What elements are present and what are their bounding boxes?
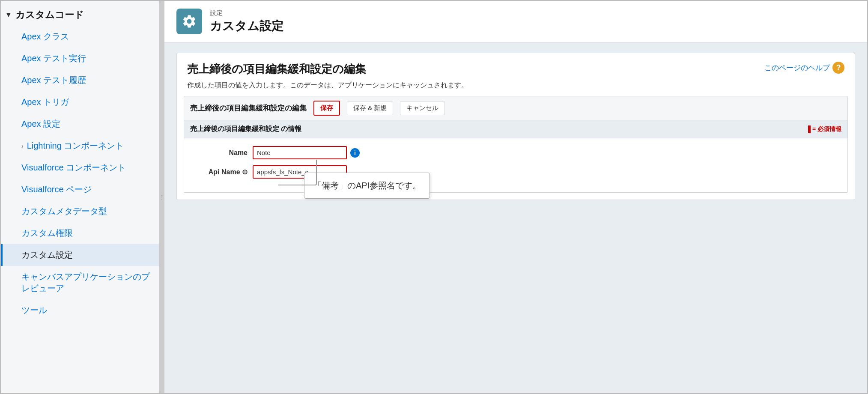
help-link[interactable]: このページのヘルプ ? xyxy=(764,62,844,74)
sidebar-item-label: Apex 設定 xyxy=(21,119,60,128)
sidebar-section-custom-code[interactable]: ▼ カスタムコード xyxy=(1,4,159,26)
sidebar-item-label: Visualforce コンポーネント xyxy=(21,163,126,172)
sidebar-item-apex-class[interactable]: Apex クラス xyxy=(1,26,159,48)
page-icon xyxy=(176,9,202,34)
info-section-title: 売上締後の項目編集緩和設定 の情報 xyxy=(190,125,301,134)
sidebar-item-custom-permissions[interactable]: カスタム権限 xyxy=(1,222,159,244)
page-header-text: 設定 カスタム設定 xyxy=(210,9,283,34)
sidebar-item-label: キャンバスアプリケーションのプレビューア xyxy=(21,272,150,293)
sidebar-item-custom-settings[interactable]: カスタム設定 xyxy=(1,244,159,266)
form-section-header: 売上締後の項目編集緩和設定の編集 保存 保存 & 新規 キャンセル xyxy=(184,96,847,120)
page-header-title: カスタム設定 xyxy=(210,18,283,34)
content-panel: 売上締後の項目編集緩和設定の編集 このページのヘルプ ? 作成した項目の値を入力… xyxy=(176,53,855,200)
panel-main-title: 売上締後の項目編集緩和設定の編集 xyxy=(187,62,366,77)
callout-container: 「備考」のAPI参照名です。 xyxy=(304,173,430,199)
sidebar-section-label: カスタムコード xyxy=(15,9,84,21)
sidebar-item-label: Apex トリガ xyxy=(21,97,69,107)
name-form-row: Name i xyxy=(193,146,839,159)
sidebar-item-label: Apex クラス xyxy=(21,32,69,41)
sidebar-item-label: Apex テスト実行 xyxy=(21,54,86,63)
help-icon: ? xyxy=(832,62,844,74)
sidebar-item-apex-test-exec[interactable]: Apex テスト実行 xyxy=(1,48,159,69)
sidebar-item-apex-test-history[interactable]: Apex テスト履歴 xyxy=(1,69,159,91)
gear-icon xyxy=(182,14,197,29)
form-fields: Name i Api Name ⊙ xyxy=(184,138,847,192)
sidebar-item-visualforce-components[interactable]: Visualforce コンポーネント xyxy=(1,157,159,179)
sidebar-item-tools[interactable]: ツール xyxy=(1,299,159,321)
required-legend-text: = 必須情報 xyxy=(812,125,841,133)
form-section: 売上締後の項目編集緩和設定の編集 保存 保存 & 新規 キャンセル 売上締後の項… xyxy=(184,96,848,193)
help-link-label: このページのヘルプ xyxy=(764,63,830,73)
form-section-left: 売上締後の項目編集緩和設定の編集 保存 保存 & 新規 キャンセル xyxy=(190,101,445,116)
required-legend: = 必須情報 xyxy=(808,125,841,133)
page-header-subtitle: 設定 xyxy=(210,9,283,17)
save-new-button[interactable]: 保存 & 新規 xyxy=(347,101,393,115)
callout-text: 「備考」のAPI参照名です。 xyxy=(313,181,421,190)
callout-line xyxy=(278,160,317,185)
cancel-button[interactable]: キャンセル xyxy=(400,101,445,115)
sidebar-item-label: Lightning コンポーネント xyxy=(27,140,124,152)
sidebar-item-label: カスタム権限 xyxy=(21,228,73,238)
sidebar-item-label: カスタムメタデータ型 xyxy=(21,206,107,216)
panel-title-row: 売上締後の項目編集緩和設定の編集 このページのヘルプ ? xyxy=(177,53,855,81)
api-name-label: Api Name ⊙ xyxy=(193,168,253,176)
content-area: 売上締後の項目編集緩和設定の編集 このページのヘルプ ? 作成した項目の値を入力… xyxy=(164,42,867,393)
main-content: 設定 カスタム設定 売上締後の項目編集緩和設定の編集 このページのヘルプ ? 作… xyxy=(164,1,867,393)
chevron-down-icon: ▼ xyxy=(5,11,12,19)
page-header: 設定 カスタム設定 xyxy=(164,1,867,42)
sidebar-item-label: Apex テスト履歴 xyxy=(21,75,86,85)
name-info-icon[interactable]: i xyxy=(350,148,360,158)
sidebar-item-label: カスタム設定 xyxy=(21,250,73,260)
form-section-title: 売上締後の項目編集緩和設定の編集 xyxy=(190,103,307,113)
callout-box: 「備考」のAPI参照名です。 xyxy=(304,173,430,199)
sidebar-item-label: Visualforce ページ xyxy=(21,185,92,194)
sidebar-item-label: ツール xyxy=(21,305,47,315)
sidebar-item-visualforce-pages[interactable]: Visualforce ページ xyxy=(1,179,159,200)
resize-handle[interactable]: ⋮ xyxy=(159,1,164,393)
sidebar-item-custom-metadata[interactable]: カスタムメタデータ型 xyxy=(1,200,159,222)
name-input-wrap: i xyxy=(253,146,360,159)
required-bar-icon xyxy=(808,125,811,133)
sidebar-item-apex-trigger[interactable]: Apex トリガ xyxy=(1,91,159,113)
chevron-right-icon: › xyxy=(21,143,24,149)
sidebar-item-lightning-components[interactable]: ›Lightning コンポーネント xyxy=(1,135,159,157)
save-button[interactable]: 保存 xyxy=(313,101,340,116)
name-label: Name xyxy=(193,149,253,157)
panel-subtitle: 作成した項目の値を入力します。このデータは、アプリケーションにキャッシュされます… xyxy=(177,81,855,96)
sidebar: ▼ カスタムコード Apex クラスApex テスト実行Apex テスト履歴Ap… xyxy=(1,1,159,393)
name-input[interactable] xyxy=(253,146,347,159)
sidebar-item-apex-settings[interactable]: Apex 設定 xyxy=(1,113,159,135)
sidebar-item-canvas-preview[interactable]: キャンバスアプリケーションのプレビューア xyxy=(1,266,159,299)
info-section-header: 売上締後の項目編集緩和設定 の情報 = 必須情報 xyxy=(184,120,847,138)
